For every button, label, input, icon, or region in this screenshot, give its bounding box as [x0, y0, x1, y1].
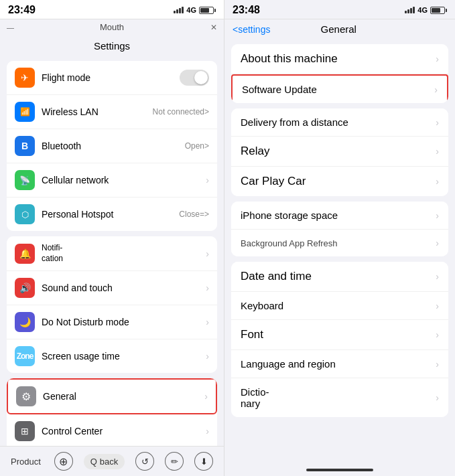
- right-item-datetime[interactable]: Date and time ›: [231, 262, 448, 292]
- sidebar-item-control[interactable]: ⊞ Control Center ›: [7, 414, 217, 446]
- r-signal-bar-1: [405, 11, 407, 13]
- wireless-lan-label: Wireless LAN: [42, 106, 153, 117]
- right-item-font[interactable]: Font ›: [231, 320, 448, 350]
- right-time: 23:48: [233, 4, 260, 16]
- sound-label: Sound and touch: [42, 283, 206, 293]
- sidebar-item-general[interactable]: ⚙ General ›: [7, 378, 217, 414]
- language-chevron: ›: [436, 359, 439, 370]
- sound-chevron: ›: [206, 283, 209, 293]
- right-item-storage[interactable]: iPhone storage space ›: [231, 202, 448, 230]
- carplay-label: Car Play Car: [241, 175, 436, 188]
- right-item-language[interactable]: Language and region ›: [231, 350, 448, 378]
- flight-mode-icon: ✈: [15, 68, 35, 88]
- edit-btn[interactable]: ✏: [165, 452, 184, 471]
- settings-title: Settings: [0, 35, 224, 56]
- signal-bar-2: [176, 9, 178, 13]
- right-item-bg-refresh[interactable]: Background App Refresh ›: [231, 230, 448, 256]
- left-panel: 23:49 4G — Mouth ✕ Settings: [0, 0, 224, 476]
- signal-bar-4: [182, 7, 184, 13]
- sidebar-item-flight-mode[interactable]: ✈ Flight mode: [7, 61, 217, 95]
- right-item-delivery[interactable]: Delivery from a distance ›: [231, 108, 448, 137]
- hotspot-icon: ⬡: [15, 204, 35, 224]
- network-type: 4G: [186, 6, 196, 14]
- download-btn[interactable]: ⬇: [194, 452, 213, 471]
- left-status-icons: 4G: [174, 6, 216, 14]
- datetime-chevron: ›: [436, 271, 439, 282]
- carplay-chevron: ›: [436, 176, 439, 187]
- sidebar-item-screen-time[interactable]: Zone Screen usage time ›: [7, 339, 217, 373]
- refresh-btn[interactable]: ↺: [135, 452, 154, 471]
- sidebar-item-dnd[interactable]: 🌙 Do Not Disturb mode ›: [7, 305, 217, 339]
- flight-mode-toggle[interactable]: [180, 70, 209, 86]
- dnd-chevron: ›: [206, 317, 209, 327]
- relay-chevron: ›: [436, 146, 439, 157]
- right-header: 23:48 4G: [224, 0, 455, 19]
- bottom-bar: [224, 464, 455, 476]
- sidebar-item-sound[interactable]: 🔊 Sound and touch ›: [7, 271, 217, 305]
- bluetooth-status: Open>: [185, 141, 209, 151]
- right-item-dictionary[interactable]: Dictio-nary ›: [231, 378, 448, 417]
- right-item-keyboard[interactable]: Keyboard ›: [231, 292, 448, 320]
- settings-group-1: ✈ Flight mode 📶 Wireless LAN Not connect…: [7, 61, 217, 231]
- right-group-4: Date and time › Keyboard › Font › Langua…: [231, 262, 448, 417]
- delivery-chevron: ›: [436, 117, 439, 128]
- right-network-type: 4G: [417, 6, 428, 14]
- right-nav: <settings General: [224, 19, 455, 39]
- back-label: back: [100, 457, 118, 467]
- right-item-software-update[interactable]: Software Update ›: [231, 74, 448, 103]
- sidebar-item-wireless-lan[interactable]: 📶 Wireless LAN Not connected>: [7, 95, 217, 129]
- right-item-about[interactable]: About this machine ›: [231, 44, 448, 74]
- font-chevron: ›: [436, 329, 439, 340]
- window-controls: —: [7, 23, 14, 31]
- flight-mode-right[interactable]: [180, 70, 209, 86]
- product-label: Product: [11, 457, 41, 467]
- settings-back-btn[interactable]: <settings: [233, 24, 270, 35]
- sidebar-item-cellular[interactable]: 📡 Cellular network ›: [7, 163, 217, 197]
- screen-time-chevron: ›: [206, 351, 209, 362]
- cellular-label: Cellular network: [42, 175, 206, 185]
- r-signal-bar-4: [413, 7, 415, 13]
- right-item-relay[interactable]: Relay ›: [231, 137, 448, 167]
- flight-mode-label: Flight mode: [42, 72, 180, 83]
- left-time: 23:49: [8, 4, 36, 16]
- general-chevron: ›: [204, 391, 208, 402]
- about-chevron: ›: [436, 54, 439, 64]
- download-icon: ⬇: [200, 457, 208, 467]
- sidebar-item-bluetooth[interactable]: B Bluetooth Open>: [7, 129, 217, 163]
- dnd-label: Do Not Disturb mode: [42, 317, 206, 327]
- general-icon: ⚙: [16, 386, 36, 406]
- back-btn[interactable]: Q back: [84, 454, 125, 469]
- signal-bar-1: [174, 11, 176, 13]
- r-signal-bar-2: [407, 9, 409, 13]
- bluetooth-label: Bluetooth: [42, 141, 185, 151]
- zoom-in-btn[interactable]: ⊕: [54, 452, 73, 471]
- wireless-lan-status: Not connected>: [153, 107, 209, 116]
- right-nav-title: General: [321, 23, 356, 35]
- left-scroll: ✈ Flight mode 📶 Wireless LAN Not connect…: [0, 56, 224, 446]
- close-btn[interactable]: ✕: [210, 23, 217, 32]
- signal-bars: [174, 7, 184, 13]
- cellular-chevron: ›: [206, 175, 209, 185]
- sidebar-item-hotspot[interactable]: ⬡ Personal Hotspot Close=>: [7, 197, 217, 231]
- keyboard-label: Keyboard: [241, 300, 436, 311]
- notification-icon: 🔔: [15, 244, 35, 264]
- relay-label: Relay: [241, 145, 436, 158]
- dictionary-label: Dictio-nary: [241, 386, 436, 409]
- software-update-chevron: ›: [434, 84, 438, 95]
- minimize-btn[interactable]: —: [7, 23, 14, 31]
- about-label: About this machine: [241, 52, 436, 66]
- right-item-carplay[interactable]: Car Play Car ›: [231, 167, 448, 196]
- dictionary-chevron: ›: [436, 392, 439, 403]
- right-group-2: Delivery from a distance › Relay › Car P…: [231, 108, 448, 196]
- control-label: Control Center: [42, 426, 206, 437]
- hotspot-status: Close=>: [179, 210, 209, 219]
- right-scroll: About this machine › Software Update › D…: [224, 39, 455, 464]
- control-icon: ⊞: [15, 421, 35, 441]
- screen-time-label: Screen usage time: [42, 351, 206, 362]
- cellular-icon: 📡: [15, 170, 35, 190]
- refresh-icon: ↺: [141, 457, 149, 467]
- sidebar-item-notification[interactable]: 🔔 Notifi-cation ›: [7, 236, 217, 271]
- font-label: Font: [241, 328, 436, 341]
- bg-refresh-label: Background App Refresh: [241, 238, 436, 248]
- datetime-label: Date and time: [241, 270, 436, 283]
